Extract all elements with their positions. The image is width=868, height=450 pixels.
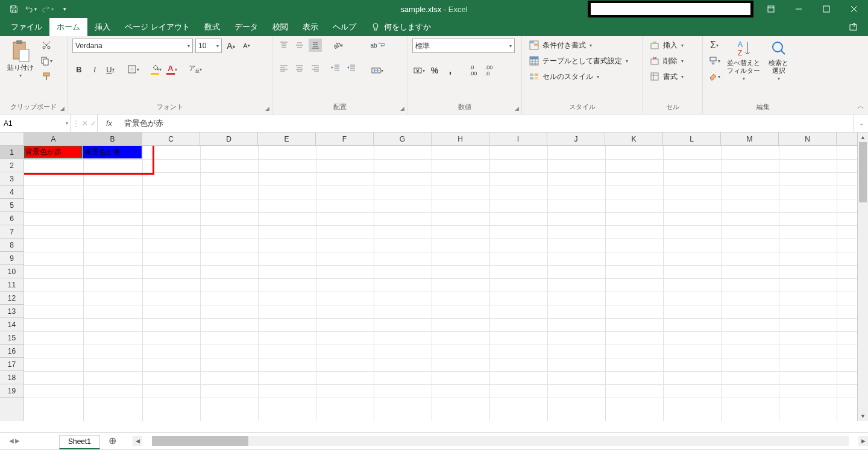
close-button[interactable] [840, 0, 868, 18]
expand-formula-bar-button[interactable]: ⌄ [854, 114, 868, 132]
align-bottom-button[interactable] [309, 39, 322, 52]
accounting-format-button[interactable]: ¥▾ [412, 64, 426, 77]
number-format-combo[interactable]: 標準▾ [412, 39, 515, 53]
horizontal-scrollbar[interactable]: ◀ ▶ [133, 436, 868, 446]
autosum-button[interactable]: Σ▾ [708, 39, 721, 52]
fill-button[interactable]: ▾ [708, 54, 721, 67]
decrease-decimal-button[interactable]: .00.0 [482, 64, 495, 77]
row-header[interactable]: 3 [0, 172, 24, 186]
vscroll-thumb[interactable] [859, 142, 867, 202]
tab-help[interactable]: ヘルプ [326, 18, 363, 36]
cut-button[interactable] [40, 39, 53, 52]
hscroll-thumb[interactable] [152, 436, 248, 446]
format-cells-button[interactable]: 書式▾ [647, 70, 686, 83]
sheet-nav-buttons[interactable]: ◀ ▶ [0, 437, 29, 444]
row-header[interactable]: 6 [0, 212, 24, 225]
qat-customize[interactable]: ▾ [57, 2, 72, 16]
column-header[interactable]: F [316, 133, 374, 145]
column-header[interactable]: A [24, 133, 83, 145]
align-left-button[interactable] [277, 61, 291, 75]
row-header[interactable]: 14 [0, 318, 24, 331]
row-header[interactable]: 12 [0, 292, 24, 305]
redo-button[interactable]: ▾ [40, 2, 55, 16]
merge-button[interactable]: ▾ [366, 64, 388, 77]
row-header[interactable]: 18 [0, 371, 24, 384]
decrease-indent-button[interactable] [329, 61, 342, 75]
sort-filter-button[interactable]: AZ 並べ替えと フィルター▾ [725, 39, 763, 83]
tab-insert[interactable]: 挿入 [87, 18, 118, 36]
tab-file[interactable]: ファイル [4, 18, 49, 36]
column-header[interactable]: E [258, 133, 316, 145]
vertical-scrollbar[interactable]: ▲ ▼ [857, 133, 868, 421]
decrease-font-button[interactable]: A▾ [240, 39, 253, 52]
scroll-left-button[interactable]: ◀ [133, 436, 142, 446]
increase-font-button[interactable]: A▴ [224, 39, 237, 52]
tab-home[interactable]: ホーム [49, 18, 87, 36]
column-header[interactable]: M [721, 133, 779, 145]
row-header[interactable]: 9 [0, 252, 24, 265]
cell-A1[interactable]: 背景色が赤 [24, 146, 83, 158]
row-header[interactable]: 17 [0, 358, 24, 371]
format-painter-button[interactable] [40, 70, 53, 83]
font-name-combo[interactable]: Verdana▾ [72, 39, 193, 53]
tab-view[interactable]: 表示 [295, 18, 326, 36]
column-header[interactable]: B [83, 133, 142, 145]
row-header[interactable]: 1 [0, 146, 24, 159]
column-header[interactable]: D [200, 133, 258, 145]
column-header[interactable]: J [547, 133, 605, 145]
row-header[interactable]: 16 [0, 345, 24, 358]
row-header[interactable]: 19 [0, 384, 24, 398]
scroll-down-button[interactable]: ▼ [858, 411, 868, 421]
ribbon-options-button[interactable] [757, 0, 785, 18]
clear-button[interactable]: ▾ [708, 70, 721, 83]
cell-B1[interactable]: 背景色が青 [83, 146, 142, 158]
column-header[interactable]: I [489, 133, 547, 145]
font-color-button[interactable]: A▾ [165, 63, 178, 76]
share-button[interactable] [840, 18, 868, 36]
column-header[interactable]: C [142, 133, 200, 145]
paste-button[interactable]: 貼り付け ▾ [5, 39, 36, 80]
column-header[interactable]: H [432, 133, 489, 145]
formula-input[interactable]: 背景色が赤 [121, 118, 854, 129]
insert-function-button[interactable]: fx [100, 119, 118, 128]
percent-button[interactable]: % [428, 64, 441, 77]
conditional-formatting-button[interactable]: 条件付き書式▾ [527, 39, 594, 52]
column-header[interactable]: L [663, 133, 721, 145]
dialog-launcher-icon[interactable]: ◢ [400, 105, 404, 111]
row-header[interactable]: 4 [0, 186, 24, 199]
scroll-right-button[interactable]: ▶ [858, 436, 868, 446]
bold-button[interactable]: B [72, 63, 86, 76]
insert-cells-button[interactable]: 挿入▾ [647, 39, 686, 52]
sheet-tab-active[interactable]: Sheet1 [59, 435, 100, 449]
dialog-launcher-icon[interactable]: ◢ [60, 105, 64, 111]
align-right-button[interactable] [309, 61, 322, 75]
cancel-formula-button[interactable]: ✕ [82, 119, 88, 128]
wrap-text-button[interactable]: ab [366, 39, 388, 52]
maximize-button[interactable] [813, 0, 840, 18]
italic-button[interactable]: I [88, 63, 101, 76]
tab-page-layout[interactable]: ページ レイアウト [118, 18, 197, 36]
collapse-ribbon-button[interactable]: ︿ [857, 101, 864, 111]
align-middle-button[interactable] [293, 39, 306, 52]
delete-cells-button[interactable]: 削除▾ [647, 54, 686, 67]
copy-button[interactable]: ▾ [40, 54, 53, 67]
orientation-button[interactable]: ab▾ [332, 39, 345, 52]
select-all-corner[interactable] [0, 133, 24, 146]
underline-button[interactable]: U▾ [104, 63, 117, 76]
row-header[interactable]: 7 [0, 225, 24, 239]
increase-decimal-button[interactable]: .0.00 [467, 64, 480, 77]
dialog-launcher-icon[interactable]: ◢ [265, 105, 269, 111]
save-button[interactable] [6, 2, 22, 16]
fill-color-button[interactable]: ▾ [149, 63, 163, 76]
undo-button[interactable]: ▾ [23, 2, 39, 16]
row-header[interactable]: 8 [0, 239, 24, 252]
row-header[interactable]: 13 [0, 305, 24, 318]
align-top-button[interactable] [277, 39, 291, 52]
cells-area[interactable]: 背景色が赤背景色が青 [24, 146, 857, 421]
cell-styles-button[interactable]: セルのスタイル▾ [527, 70, 602, 83]
row-header[interactable]: 11 [0, 278, 24, 292]
find-select-button[interactable]: 検索と 選択▾ [766, 39, 791, 83]
format-as-table-button[interactable]: テーブルとして書式設定▾ [527, 54, 631, 67]
align-center-button[interactable] [293, 61, 306, 75]
tab-formulas[interactable]: 数式 [197, 18, 227, 36]
